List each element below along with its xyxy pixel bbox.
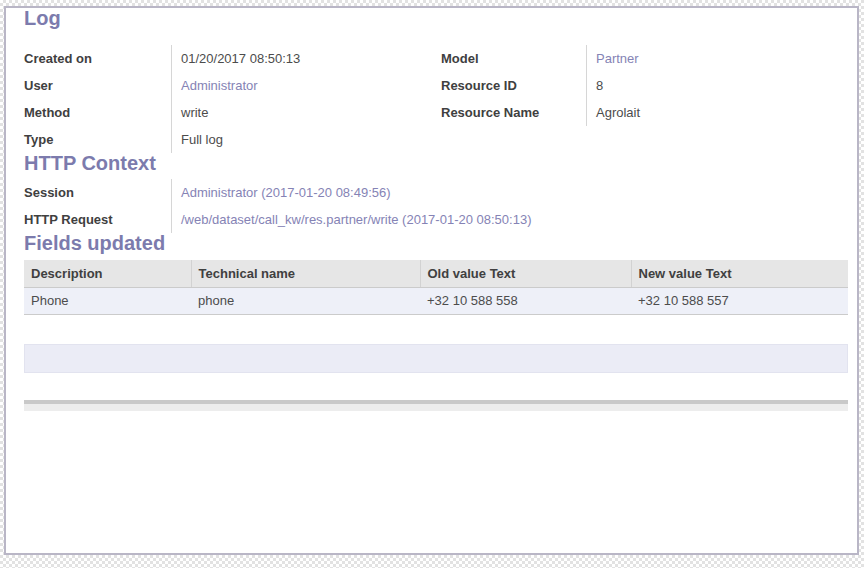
type-label: Type	[24, 126, 171, 153]
cell-new-value: +32 10 588 557	[631, 287, 848, 314]
cell-description: Phone	[24, 287, 191, 314]
table-row-phone[interactable]: Phone phone +32 10 588 558 +32 10 588 55…	[24, 287, 848, 314]
log-fields-right-column: Model Partner Resource ID 8 Resource Nam…	[441, 45, 848, 153]
field-row-created-on: Created on 01/20/2017 08:50:13	[24, 45, 428, 72]
footer-separator-bar	[24, 400, 848, 411]
empty-list-row	[24, 344, 848, 373]
type-value: Full log	[171, 126, 428, 153]
field-row-user: User Administrator	[24, 72, 428, 99]
section-title-log: Log	[24, 8, 857, 28]
cell-old-value: +32 10 588 558	[420, 287, 631, 314]
log-field-group: Created on 01/20/2017 08:50:13 User Admi…	[24, 45, 848, 153]
resource-name-label: Resource Name	[441, 99, 586, 126]
section-title-http-context: HTTP Context	[24, 153, 857, 173]
session-label: Session	[24, 179, 171, 206]
session-link[interactable]: Administrator (2017-01-20 08:49:56)	[181, 185, 391, 200]
model-label: Model	[441, 45, 586, 72]
resource-id-value: 8	[586, 72, 848, 99]
field-row-resource-id: Resource ID 8	[441, 72, 848, 99]
user-value: Administrator	[171, 72, 428, 99]
field-row-model: Model Partner	[441, 45, 848, 72]
http-context-column: Session Administrator (2017-01-20 08:49:…	[24, 179, 430, 233]
field-row-http-request: HTTP Request /web/dataset/call_kw/res.pa…	[24, 206, 430, 233]
field-row-method: Method write	[24, 99, 428, 126]
user-label: User	[24, 72, 171, 99]
column-header-technical-name[interactable]: Technical name	[191, 260, 420, 287]
http-request-link[interactable]: /web/dataset/call_kw/res.partner/write (…	[181, 212, 531, 227]
user-administrator-link[interactable]: Administrator	[181, 78, 258, 93]
fields-updated-table: Description Technical name Old value Tex…	[24, 260, 848, 315]
resource-name-value: Agrolait	[586, 99, 848, 126]
http-context-field-group: Session Administrator (2017-01-20 08:49:…	[24, 179, 848, 233]
created-on-label: Created on	[24, 45, 171, 72]
table-header-row: Description Technical name Old value Tex…	[24, 260, 848, 287]
log-form-page: Log Created on 01/20/2017 08:50:13 User …	[4, 6, 859, 555]
http-request-value: /web/dataset/call_kw/res.partner/write (…	[171, 206, 531, 233]
method-label: Method	[24, 99, 171, 126]
log-fields-left-column: Created on 01/20/2017 08:50:13 User Admi…	[24, 45, 428, 153]
column-header-old-value[interactable]: Old value Text	[420, 260, 631, 287]
http-request-label: HTTP Request	[24, 206, 171, 233]
column-header-new-value[interactable]: New value Text	[631, 260, 848, 287]
section-title-fields-updated: Fields updated	[24, 233, 857, 253]
session-value: Administrator (2017-01-20 08:49:56)	[171, 179, 430, 206]
cell-technical-name: phone	[191, 287, 420, 314]
model-partner-link[interactable]: Partner	[596, 51, 639, 66]
created-on-value: 01/20/2017 08:50:13	[171, 45, 428, 72]
column-header-description[interactable]: Description	[24, 260, 191, 287]
field-row-session: Session Administrator (2017-01-20 08:49:…	[24, 179, 430, 206]
field-row-type: Type Full log	[24, 126, 428, 153]
method-value: write	[171, 99, 428, 126]
resource-id-label: Resource ID	[441, 72, 586, 99]
field-row-resource-name: Resource Name Agrolait	[441, 99, 848, 126]
model-value: Partner	[586, 45, 848, 72]
